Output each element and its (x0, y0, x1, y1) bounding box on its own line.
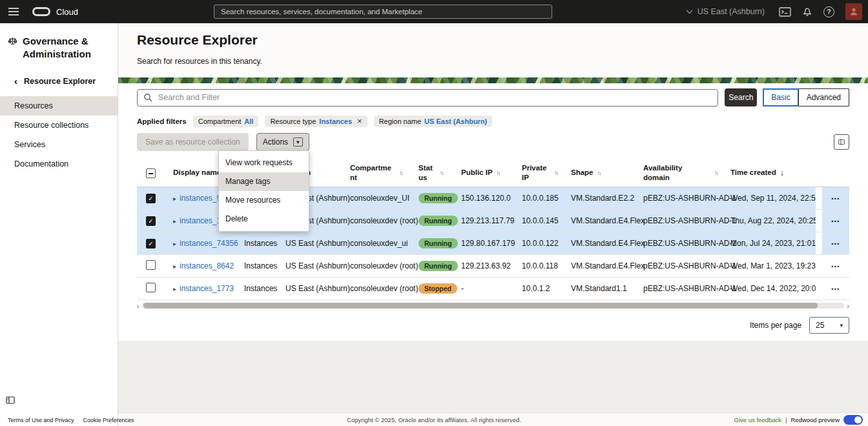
filter-chip-resource-type: Resource type Instances × (265, 116, 367, 127)
cookie-preferences-link[interactable]: Cookie Preferences (83, 417, 134, 423)
chip-name: Region name (379, 117, 421, 125)
sidebar-item-documentation[interactable]: Documentation (0, 154, 118, 174)
collapse-sidebar-icon[interactable] (6, 395, 15, 407)
resource-link[interactable]: instances_8642 (180, 261, 234, 270)
column-header-private-ip[interactable]: Private IP ↑↓ (509, 163, 558, 182)
expand-row-icon[interactable]: ▸ (173, 285, 176, 292)
row-actions-button[interactable]: ⋯ (822, 261, 849, 271)
help-icon[interactable]: ? (823, 6, 834, 17)
row-checkbox[interactable]: ✓ (146, 194, 156, 203)
ellipsis-icon: ⋯ (831, 193, 841, 203)
column-header-compartment[interactable]: Compartment ↑↓ (337, 163, 406, 182)
cell-public-ip: 150.136.120.0 (448, 194, 509, 203)
expand-row-icon[interactable]: ▸ (173, 240, 176, 247)
column-header-shape[interactable]: Shape ↑↓ (558, 168, 630, 177)
scroll-right-icon[interactable]: › (847, 303, 849, 309)
app-root: Cloud US East (Ashburn) ? (0, 0, 868, 426)
cell-shape: VM.Standard.E4.Flex (558, 216, 630, 225)
expand-row-icon[interactable]: ▸ (173, 263, 176, 270)
resource-link[interactable]: instances_74356 (180, 239, 238, 248)
region-selector[interactable]: US East (Ashburn) (698, 7, 765, 16)
oracle-logo-icon (32, 7, 50, 16)
redwood-preview-toggle[interactable] (843, 415, 863, 425)
chip-value[interactable]: All (244, 117, 253, 125)
sidebar-item-resources[interactable]: Resources (0, 96, 118, 116)
scrollbar-thumb[interactable] (143, 303, 818, 309)
remove-filter-icon[interactable]: × (357, 118, 362, 125)
back-chevron-icon[interactable]: ‹ (14, 78, 17, 85)
row-checkbox[interactable] (146, 283, 156, 292)
menu-item-view-work-requests[interactable]: View work requests (219, 154, 309, 172)
sidebar: Governance & Administration ‹ Resource E… (0, 23, 118, 426)
table-row[interactable]: ▸ instances_8642 Instances US East (Ashb… (137, 255, 849, 278)
items-per-page-select[interactable]: 25 ▾ (809, 317, 849, 334)
expand-row-icon[interactable]: ▸ (173, 218, 176, 225)
brand-label: Cloud (56, 7, 78, 17)
pagination: Items per page 25 ▾ (137, 317, 849, 334)
row-actions-button[interactable]: ⋯ (822, 193, 849, 203)
column-header-availability-domain[interactable]: Availability domain ↑↓ (630, 163, 718, 182)
ellipsis-icon: ⋯ (831, 216, 841, 226)
basic-mode-button[interactable]: Basic (763, 88, 798, 107)
search-filter-input[interactable] (137, 89, 718, 107)
column-header-status[interactable]: Status ↑↓ (406, 163, 448, 182)
row-actions-button[interactable]: ⋯ (822, 216, 849, 226)
column-header-time-created[interactable]: Time created ↓ (718, 168, 816, 177)
notifications-bell-icon[interactable] (802, 6, 812, 17)
governance-icon (8, 36, 17, 61)
resource-link[interactable]: instances_1773 (180, 284, 234, 293)
sort-icon: ↑↓ (497, 170, 500, 176)
context-label: Resource Explorer (24, 77, 96, 86)
chevron-down-icon[interactable] (686, 10, 693, 14)
expand-row-icon[interactable]: ▸ (173, 195, 176, 202)
menu-item-manage-tags[interactable]: Manage tags (219, 172, 309, 191)
cell-availability-domain: pEBZ:US-ASHBURN-AD-1 (630, 284, 718, 293)
row-checkbox[interactable] (146, 260, 156, 270)
cell-public-ip: 129.213.117.79 (448, 216, 509, 225)
footer-divider: | (785, 416, 787, 423)
row-checkbox[interactable]: ✓ (146, 216, 156, 226)
column-label: Display name (173, 168, 221, 177)
row-actions-button[interactable]: ⋯ (822, 238, 849, 249)
actions-button[interactable]: Actions ▾ (256, 133, 309, 151)
feedback-link[interactable]: Give us feedback (734, 416, 781, 423)
column-label: Time created (730, 168, 776, 177)
terms-link[interactable]: Terms of Use and Privacy (8, 417, 74, 423)
table-row[interactable]: ▸ instances_1773 Instances US East (Ashb… (137, 278, 849, 300)
chip-value[interactable]: US East (Ashburn) (424, 117, 487, 125)
menu-item-delete[interactable]: Delete (219, 210, 309, 228)
scroll-left-icon[interactable]: ‹ (137, 303, 140, 309)
actions-label: Actions (263, 137, 288, 147)
column-header-public-ip[interactable]: Public IP ↑↓ (448, 168, 509, 177)
cloud-shell-icon[interactable] (779, 7, 791, 17)
sort-icon: ↑↓ (399, 170, 402, 176)
sidebar-item-services[interactable]: Services (0, 135, 118, 154)
row-actions-button[interactable]: ⋯ (822, 283, 849, 294)
chip-name: Resource type (270, 117, 316, 125)
sidebar-nav: Resources Resource collections Services … (0, 96, 118, 174)
hamburger-menu-icon[interactable] (8, 7, 19, 16)
cell-resource-type: Instances (231, 261, 273, 270)
column-settings-button[interactable] (834, 134, 849, 150)
sidebar-section-header: Governance & Administration (0, 23, 118, 61)
resource-filter (137, 89, 718, 107)
cell-public-ip: 129.80.167.179 (448, 239, 509, 248)
column-label: Public IP (461, 168, 493, 177)
sidebar-item-resource-collections[interactable]: Resource collections (0, 116, 118, 135)
cell-private-ip: 10.0.1.2 (509, 284, 558, 293)
sidebar-context-header[interactable]: ‹ Resource Explorer (0, 77, 118, 94)
global-search-input[interactable] (214, 5, 552, 19)
menu-item-move-resources[interactable]: Move resources (219, 191, 309, 210)
search-button[interactable]: Search (725, 88, 757, 107)
select-all-checkbox[interactable] (146, 168, 156, 178)
user-avatar[interactable] (845, 3, 862, 20)
row-checkbox[interactable]: ✓ (146, 239, 156, 249)
sort-icon: ↑↓ (597, 170, 601, 176)
save-as-resource-collection-button[interactable]: Save as resource collection (137, 133, 249, 151)
cell-public-ip: - (448, 284, 509, 293)
advanced-mode-button[interactable]: Advanced (798, 88, 849, 107)
chip-value[interactable]: Instances (319, 117, 352, 125)
chip-name: Compartment (198, 117, 242, 125)
topbar-right: US East (Ashburn) ? (686, 0, 868, 23)
table-row[interactable]: ✓ ▸ instances_74356 Instances US East (A… (137, 232, 849, 255)
